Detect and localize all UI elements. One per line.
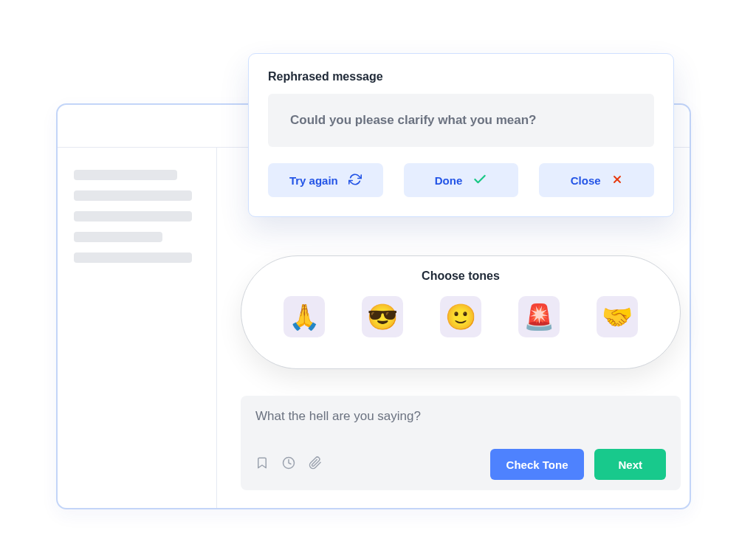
rephrased-output-text: Could you please clarify what you mean? [268, 94, 654, 147]
check-tone-button[interactable]: Check Tone [490, 449, 585, 480]
try-again-button[interactable]: Try again [268, 163, 383, 197]
tone-option-polite[interactable]: 🙏 [284, 296, 325, 337]
attachment-icon[interactable] [309, 456, 322, 473]
message-input[interactable]: What the hell are you saying? [255, 409, 666, 424]
sidebar [58, 148, 217, 508]
check-tone-label: Check Tone [506, 458, 568, 471]
modal-title: Rephrased message [268, 70, 654, 83]
done-button[interactable]: Done [404, 163, 519, 197]
skeleton-line [74, 211, 192, 221]
skeleton-line [74, 252, 192, 263]
try-again-label: Try again [289, 174, 338, 187]
close-button[interactable]: Close [539, 163, 654, 197]
sunglasses-icon: 😎 [367, 302, 398, 331]
choose-tones-title: Choose tones [422, 269, 500, 283]
clock-icon[interactable] [282, 456, 295, 473]
done-label: Done [435, 174, 463, 187]
tone-option-casual[interactable]: 😎 [362, 296, 403, 337]
siren-icon: 🚨 [523, 302, 554, 331]
rephrased-modal: Rephrased message Could you please clari… [248, 53, 674, 217]
tone-option-friendly[interactable]: 🙂 [440, 296, 481, 337]
skeleton-line [74, 170, 177, 180]
handshake-icon: 🤝 [602, 302, 633, 331]
bookmark-icon[interactable] [255, 456, 269, 473]
refresh-icon [348, 173, 362, 188]
close-icon [611, 173, 623, 188]
message-input-panel: What the hell are you saying? Check Tone… [241, 396, 681, 490]
pray-icon: 🙏 [289, 302, 320, 331]
tone-option-urgent[interactable]: 🚨 [518, 296, 560, 337]
skeleton-line [74, 232, 162, 242]
next-label: Next [618, 458, 642, 471]
close-label: Close [571, 174, 601, 187]
choose-tones-card: Choose tones 🙏 😎 🙂 🚨 🤝 [241, 255, 681, 369]
skeleton-line [74, 190, 192, 201]
tone-option-professional[interactable]: 🤝 [597, 296, 638, 337]
check-icon [472, 172, 487, 189]
next-button[interactable]: Next [594, 449, 666, 480]
smile-icon: 🙂 [445, 302, 476, 331]
